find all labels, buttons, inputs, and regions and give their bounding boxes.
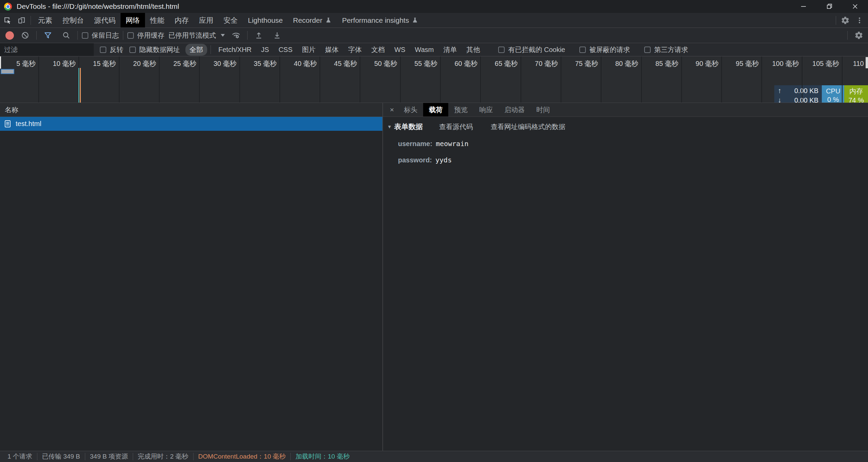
invert-checkbox[interactable] [100, 47, 106, 53]
main-tab-lighthouse[interactable]: Lighthouse [243, 13, 288, 28]
extra-filter-checkboxes: 有已拦截的 Cookie被屏蔽的请求第三方请求 [492, 45, 688, 54]
detail-tab-preview[interactable]: 预览 [448, 103, 473, 117]
preserve-log-checkbox[interactable] [82, 32, 88, 39]
main-tab-network[interactable]: 网络 [121, 13, 145, 28]
download-arrow-icon: ↓ [778, 96, 785, 103]
main-tab-recorder[interactable]: Recorder [288, 13, 337, 28]
close-button[interactable] [842, 0, 868, 13]
status-bar: 1 个请求已传输 349 B349 B 项资源完成用时：2 毫秒DOMConte… [0, 451, 868, 462]
disable-cache-checkbox[interactable] [127, 32, 134, 39]
network-overview-timeline[interactable]: ↑0.00 KB ↓0.00 KB CPU 0 % 内存 74 % 5 毫秒10… [0, 56, 868, 103]
cpu-meter: CPU 0 % [822, 85, 844, 103]
filter-type-wasm[interactable]: Wasm [411, 45, 438, 55]
filter-type-media[interactable]: 媒体 [321, 44, 343, 56]
timeline-tick-label: 105 毫秒 [812, 59, 842, 68]
filter-funnel-icon [43, 31, 52, 40]
filter-type-other[interactable]: 其他 [462, 44, 484, 56]
request-row[interactable]: test.html [0, 117, 382, 131]
memory-value: 74 % [848, 96, 864, 103]
status-request-count: 1 个请求 [3, 452, 37, 461]
filter-toggle-button[interactable] [41, 29, 55, 42]
filter-blocked-requests-control[interactable]: 被屏蔽的请求 [579, 45, 630, 54]
timeline-gridline [721, 56, 722, 103]
detail-tab-initiator[interactable]: 启动器 [499, 103, 530, 117]
main-tab-label: 控制台 [62, 13, 84, 28]
export-har-button[interactable] [270, 29, 284, 42]
more-options-button[interactable] [852, 14, 867, 27]
blocked-cookies-checkbox[interactable] [498, 47, 505, 53]
detail-tab-headers[interactable]: 标头 [398, 103, 423, 117]
window-title: DevTools - file:///D:/git/note/webstrom/… [17, 2, 179, 11]
timeline-gridline [761, 56, 762, 103]
filter-type-ws[interactable]: WS [390, 45, 409, 55]
filter-input[interactable] [0, 43, 94, 56]
timeline-tick-label: 55 毫秒 [414, 59, 440, 68]
kebab-menu-icon [855, 16, 864, 24]
disable-cache-label: 停用缓存 [137, 31, 164, 40]
view-source-link[interactable]: 查看源代码 [439, 122, 473, 131]
throttling-dropdown[interactable]: 已停用节流模式 [168, 31, 225, 40]
filter-type-fonts[interactable]: 字体 [344, 44, 366, 56]
toolbar-divider [247, 31, 248, 40]
detail-tab-payload[interactable]: 载荷 [423, 103, 448, 117]
gear-icon [841, 16, 850, 25]
device-toolbar-button[interactable] [14, 14, 29, 27]
timeline-gridline [119, 56, 120, 103]
filter-type-images[interactable]: 图片 [298, 44, 320, 56]
main-tab-memory[interactable]: 内存 [169, 13, 194, 28]
main-tab-performance-insights[interactable]: Performance insights [337, 13, 423, 28]
blocked-requests-label: 被屏蔽的请求 [589, 45, 630, 54]
network-settings-button[interactable] [852, 29, 866, 42]
timeline-tick-label: 35 毫秒 [254, 59, 279, 68]
timeline-gridline [159, 56, 160, 103]
form-data-section-title[interactable]: 表单数据 [394, 122, 423, 131]
hide-data-urls-control[interactable]: 隐藏数据网址 [129, 45, 180, 54]
filter-type-js[interactable]: JS [257, 45, 273, 55]
device-toolbar-icon [17, 16, 26, 25]
main-tab-security[interactable]: 安全 [218, 13, 243, 28]
hide-data-urls-checkbox[interactable] [129, 47, 136, 53]
filter-third-party-requests-control[interactable]: 第三方请求 [644, 45, 688, 54]
main-tab-console[interactable]: 控制台 [57, 13, 89, 28]
settings-button[interactable] [838, 14, 852, 27]
filter-blocked-cookies-control[interactable]: 有已拦截的 Cookie [498, 45, 565, 54]
filter-type-fetch-xhr[interactable]: Fetch/XHR [214, 45, 256, 55]
payload-param-row: password:yyds [398, 156, 868, 164]
timeline-start-tick [0, 56, 1, 69]
third-party-requests-checkbox[interactable] [644, 47, 651, 53]
import-har-button[interactable] [252, 29, 266, 42]
restore-button[interactable] [816, 0, 842, 13]
detail-tab-timing[interactable]: 时间 [530, 103, 556, 117]
main-tab-application[interactable]: 应用 [194, 13, 218, 28]
view-urlencoded-link[interactable]: 查看网址编码格式的数据 [491, 122, 565, 131]
request-overview-bar[interactable] [1, 69, 14, 74]
filter-type-all[interactable]: 全部 [185, 44, 207, 56]
main-tab-label: 内存 [175, 13, 189, 28]
close-details-button[interactable]: × [390, 106, 394, 114]
main-tab-sources[interactable]: 源代码 [89, 13, 121, 28]
record-network-log-button[interactable] [5, 31, 14, 40]
timeline-gridline [400, 56, 401, 103]
blocked-requests-checkbox[interactable] [579, 47, 586, 53]
preserve-log-control[interactable]: 保留日志 [82, 31, 119, 40]
disclosure-triangle-icon[interactable]: ▼ [387, 124, 392, 129]
payload-param-row: username:meowrain [398, 140, 868, 148]
filter-type-css[interactable]: CSS [274, 45, 296, 55]
search-button[interactable] [59, 29, 73, 42]
main-tab-performance[interactable]: 性能 [145, 13, 169, 28]
network-conditions-button[interactable] [229, 29, 243, 42]
clear-network-log-button[interactable] [18, 29, 32, 42]
minimize-button[interactable] [791, 0, 816, 13]
timeline-gridline [521, 56, 521, 103]
main-tab-label: Lighthouse [248, 13, 283, 28]
timeline-tick-label: 70 毫秒 [535, 59, 561, 68]
disable-cache-control[interactable]: 停用缓存 [127, 31, 164, 40]
inspect-element-button[interactable] [0, 14, 14, 27]
invert-filter-control[interactable]: 反转 [100, 45, 123, 54]
restore-icon [825, 2, 833, 11]
filter-type-manifest[interactable]: 清单 [439, 44, 461, 56]
detail-tab-response[interactable]: 响应 [473, 103, 499, 117]
name-column-header[interactable]: 名称 [0, 103, 382, 117]
main-tab-elements[interactable]: 元素 [33, 13, 57, 28]
filter-type-docs[interactable]: 文档 [367, 44, 389, 56]
